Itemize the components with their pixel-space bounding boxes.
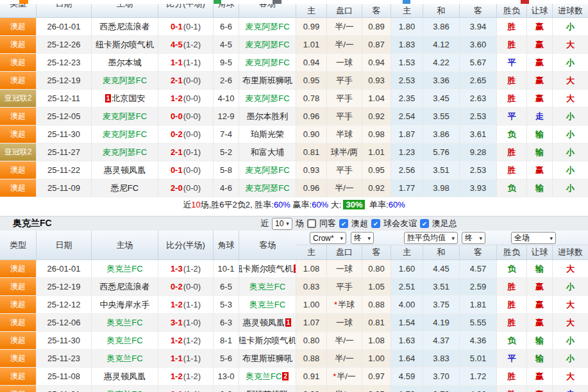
team-name[interactable]: 奥克兰FC (246, 371, 281, 382)
team-name[interactable]: 麦克阿瑟FC (245, 165, 289, 176)
team-name[interactable]: 麦克阿瑟FC (245, 57, 289, 69)
team-name[interactable]: 西悉尼流浪者 (100, 21, 150, 33)
match-row: 澳超25-12-05麦克阿瑟FC0-0(0-0)12-9墨尔本胜利0.96平手0… (0, 108, 588, 126)
col-header-label: 进球数 (558, 5, 583, 17)
result-outcome: 胜 (497, 36, 527, 54)
stage-select[interactable]: 终▾ (351, 232, 374, 244)
filter-checkbox[interactable]: ✔ (371, 219, 380, 228)
team-name[interactable]: 惠灵顿凤凰 (104, 165, 146, 176)
team-name[interactable]: 布里斯班狮吼 (242, 75, 292, 86)
asia-handicap-line: *半球 (327, 296, 362, 314)
stage-select-2[interactable]: 终▾ (462, 232, 485, 244)
away-team: 布里斯班狮吼 (239, 72, 296, 90)
team-name[interactable]: 珀斯光荣 (251, 129, 284, 140)
match-date: 25-12-12 (37, 296, 92, 314)
col-header: 主 (391, 245, 423, 259)
asia-home-odds: 0.94 (296, 54, 327, 72)
col-header-label: 主 (307, 247, 315, 258)
team-name[interactable]: 奥克兰FC (106, 317, 142, 329)
asia-away-odds: 0.80 (362, 260, 391, 278)
col-header: 进球数 (553, 4, 588, 17)
team-rank-badge: 1 (285, 318, 292, 327)
home-team: 麦克阿瑟FC (92, 72, 158, 90)
team-name[interactable]: 和富大埔 (251, 147, 284, 158)
check-icon: ✔ (341, 220, 346, 227)
team-name[interactable]: 惠灵顿凤凰 (243, 317, 285, 329)
asia-away-odds: 0.88 (362, 296, 391, 314)
team-name[interactable]: 中央海岸水手 (100, 299, 150, 311)
asia-handicap-line: 半/一 (327, 179, 362, 197)
asterisk-marker: * (333, 372, 336, 381)
team-name[interactable]: 北京国安 (112, 93, 145, 104)
asia-away-odds: 0.95 (362, 161, 391, 179)
col-header: 主场 (92, 4, 158, 17)
team-name[interactable]: 墨尔本城 (108, 57, 142, 69)
team-name[interactable]: 奥克兰FC (106, 335, 142, 347)
result-goals: 走 (553, 386, 588, 392)
team-name[interactable]: 麦克阿瑟FC (245, 21, 289, 33)
team-name[interactable]: 阿德莱德联 (247, 389, 289, 392)
summary-segment: 60% (274, 200, 290, 209)
col-header: 客 (362, 245, 391, 259)
odds-type-select[interactable]: 胜平负均值▾ (404, 232, 458, 244)
result-goals: 小 (553, 126, 588, 143)
team-name[interactable]: 奥克兰FC (106, 353, 142, 364)
team-name[interactable]: 麦克阿瑟FC (103, 129, 147, 140)
result-handicap: 赢 (527, 18, 553, 36)
league-badge: 澳超 (0, 314, 37, 332)
team-name[interactable]: 奥克兰FC (106, 389, 142, 392)
filter-checkbox[interactable]: ✔ (420, 219, 429, 228)
match-score: 2-1(0-0) (158, 72, 214, 90)
table1-header: 类型日期主场比分(半场)角球客场主盘口客主和客胜负让球进球数 (0, 4, 588, 18)
asia-away-odds: 0.92 (362, 179, 391, 197)
asia-away-odds: 0.89 (362, 18, 391, 36)
team-name[interactable]: 墨尔本胜利 (247, 111, 289, 122)
result-goals: 小 (553, 350, 588, 368)
chevron-down-icon: ▾ (479, 235, 482, 241)
match-row: 澳超25-12-19麦克阿瑟FC2-1(0-0)2-6布里斯班狮吼0.95平手0… (0, 72, 588, 90)
home-team: 惠灵顿凤凰 (92, 368, 158, 386)
league-badge: 亚冠联2 (0, 90, 37, 108)
filter-checkbox[interactable]: ✔ (339, 219, 348, 228)
team-name[interactable]: 布里斯班狮吼 (242, 353, 292, 364)
team-name[interactable]: 纽卡斯尔喷气机 (239, 335, 296, 347)
team-name[interactable]: 纽卡斯尔喷气机 (96, 39, 154, 51)
home-team: 西悉尼流浪者 (92, 278, 158, 296)
col-header-label: 让球 (532, 247, 548, 258)
scope-select[interactable]: 全场▾ (511, 232, 556, 244)
team-name[interactable]: 麦克阿瑟FC (245, 183, 289, 194)
match-row: 澳超25-11-30麦克阿瑟FC0-2(0-0)7-4珀斯光荣0.90半球0.9… (0, 126, 588, 143)
table2-rows-viewport: 澳超26-01-01奥克兰FC1-3(1-2)10-1纽卡斯尔喷气机11.08一… (0, 260, 588, 392)
team-name[interactable]: 西悉尼流浪者 (100, 281, 150, 293)
result-outcome: 平 (497, 108, 527, 126)
team-name[interactable]: 麦克阿瑟FC (103, 75, 147, 86)
euro-draw-odds: 3.75 (423, 296, 460, 314)
asia-home-odds: 0.96 (296, 108, 327, 126)
team-name[interactable]: 惠灵顿凤凰 (104, 371, 146, 382)
col-header: 角球 (214, 231, 239, 259)
bookmaker-select[interactable]: Crow*▾ (310, 232, 346, 244)
euro-home-odds: 2.35 (391, 90, 423, 108)
team-name[interactable]: 奥克兰FC (106, 263, 142, 275)
team-name[interactable]: 麦克阿瑟FC (245, 93, 289, 104)
result-outcome: 负 (497, 179, 527, 197)
away-team: 奥克兰FC (239, 296, 296, 314)
team-name[interactable]: 奥克兰FC (249, 281, 285, 293)
match-row: 澳超25-11-30奥克兰FC1-2(1-2)8-1纽卡斯尔喷气机0.80半/一… (0, 332, 588, 350)
filter-checkbox[interactable] (307, 219, 316, 228)
matches-count-select[interactable]: 10▾ (272, 218, 292, 230)
team-name[interactable]: 奥克兰FC (249, 299, 285, 311)
team-name[interactable]: 麦克阿瑟FC (245, 39, 289, 51)
team-name[interactable]: 麦克阿瑟FC (103, 147, 147, 158)
col-header: 客场 (239, 4, 296, 17)
team-name[interactable]: 纽卡斯尔喷气机 (239, 263, 293, 275)
check-icon: ✔ (422, 220, 427, 227)
away-team: 墨尔本胜利 (239, 108, 296, 126)
team-name[interactable]: 悉尼FC (111, 183, 139, 194)
euro-draw-odds: 4.12 (423, 36, 460, 54)
team-name[interactable]: 麦克阿瑟FC (103, 111, 147, 122)
euro-away-odds: 2.53 (460, 161, 497, 179)
euro-home-odds: 4.00 (391, 296, 423, 314)
col-header-label: 角球 (218, 4, 235, 11)
table1-summary: 近10场,胜6平2负2, 胜率:60% 赢率:60% 大:30% 单率:60% (0, 197, 588, 212)
